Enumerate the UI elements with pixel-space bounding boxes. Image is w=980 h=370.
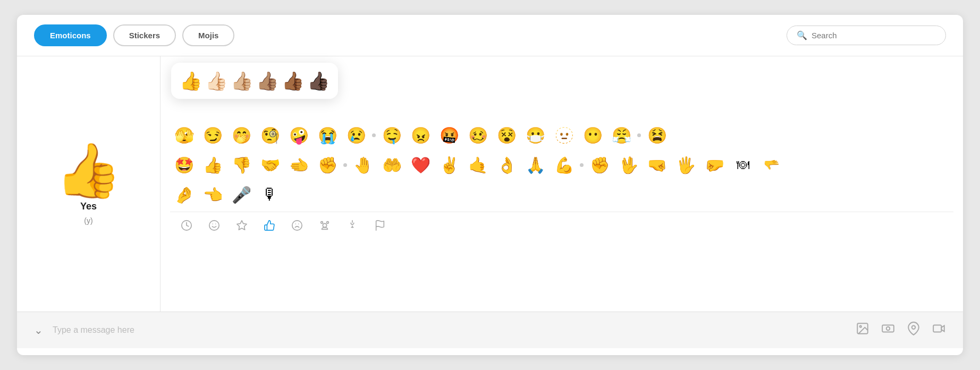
list-item[interactable]: 🤤 [378,121,405,149]
preview-emoji-large: 👍 [55,144,122,197]
list-item[interactable]: ✊ [314,151,341,179]
list-item[interactable]: 😶 [579,121,606,149]
svg-point-5 [292,221,302,230]
skin-tone-2[interactable]: 👍🏼 [231,70,253,91]
message-placeholder[interactable]: Type a message here [53,325,846,335]
search-input[interactable] [812,31,936,40]
list-item[interactable]: 🍽 [729,151,757,179]
list-item[interactable]: 🤩 [170,151,198,179]
list-item[interactable]: ✊ [586,151,613,179]
list-item[interactable]: 😢 [342,121,370,149]
list-item[interactable]: 🤲 [378,151,405,179]
list-item[interactable]: 🤙 [464,151,492,179]
list-item[interactable]: 😭 [314,121,341,149]
list-item[interactable]: 🤪 [285,121,312,149]
message-bar: ⌄ Type a message here [17,312,963,348]
tab-mojis[interactable]: Mojis [182,24,234,46]
list-item[interactable]: 😤 [607,121,635,149]
category-animals[interactable] [316,217,334,236]
list-item[interactable]: 👍 [199,151,226,179]
category-bar [170,212,953,239]
emoji-row-2: 🤩 👍 👎 🤝 🫲 ✊ 🤚 🤲 ❤️ ✌️ 🤙 👌 🙏 💪 [170,150,953,180]
list-item[interactable]: 🫥 [550,121,578,149]
svg-point-10 [327,222,329,224]
list-item[interactable]: 😵 [493,121,520,149]
list-item[interactable]: 🤝 [256,151,284,179]
emoji-rows: 🫣 😏 🤭 🧐 🤪 😭 😢 🤤 😠 🤬 🥴 😵 😷 🫥 😶 [170,120,953,209]
list-item[interactable]: 🫳 [758,151,785,179]
svg-point-1 [209,221,219,230]
image-icon[interactable] [856,322,869,339]
list-item[interactable]: 🙏 [521,151,549,179]
list-item[interactable]: 👎 [227,151,255,179]
category-hands[interactable] [260,217,278,236]
svg-point-17 [912,326,916,330]
skin-tone-default[interactable]: 👍 [180,70,202,91]
preview-label: Yes [80,201,97,212]
list-item[interactable]: 😠 [407,121,434,149]
list-item[interactable]: 🖐 [672,151,699,179]
category-flags[interactable] [371,217,389,236]
emoji-row-1: 🫣 😏 🤭 🧐 🤪 😭 😢 🤤 😠 🤬 🥴 😵 😷 🫥 😶 [170,120,953,150]
emoji-preview: 👍 Yes (y) [17,56,160,312]
category-smiley[interactable] [205,217,223,236]
list-item[interactable]: 🎤 [227,181,255,208]
list-item[interactable]: 🤭 [227,121,255,149]
list-item[interactable]: 🫣 [170,121,198,149]
search-box: 🔍 [787,26,946,45]
emoji-row-3: 🤌 👈 🎤 🎙 [170,180,953,209]
skin-tone-4[interactable]: 👍🏾 [282,70,304,91]
skin-tone-5[interactable]: 👍🏿 [307,70,330,91]
skin-tone-1[interactable]: 👍🏻 [205,70,227,91]
list-item[interactable]: ❤️ [407,151,434,179]
search-icon: 🔍 [797,30,807,40]
list-item[interactable]: 😫 [643,121,671,149]
body: 👍 Yes (y) 👍 👍🏻 👍🏼 👍🏽 👍🏾 👍🏿 🫣 😏 [17,56,963,312]
category-favorites[interactable] [233,217,251,236]
list-item[interactable]: 😷 [521,121,549,149]
list-item[interactable]: 👌 [493,151,520,179]
list-item[interactable]: 🤚 [349,151,377,179]
list-item[interactable]: 🤜 [643,151,671,179]
location-icon[interactable] [907,322,920,339]
dot-separator [637,133,641,137]
list-item[interactable]: 💪 [550,151,578,179]
svg-point-9 [321,222,323,224]
svg-point-16 [886,327,890,331]
list-item[interactable]: 🥴 [464,121,492,149]
list-item[interactable]: 🤌 [170,181,198,208]
list-item[interactable]: 🧐 [256,121,284,149]
list-item[interactable]: ✌️ [435,151,463,179]
list-item[interactable]: 🖖 [614,151,642,179]
list-item[interactable]: 🤬 [435,121,463,149]
dot-separator [343,163,347,167]
dot-separator [580,163,584,167]
list-item[interactable]: 🫲 [285,151,312,179]
list-item[interactable]: 🎙 [256,181,284,208]
svg-rect-18 [933,325,941,332]
message-toolbar [856,322,946,339]
list-item[interactable]: 😏 [199,121,226,149]
emoji-area: 👍 👍🏻 👍🏼 👍🏽 👍🏾 👍🏿 🫣 😏 🤭 🧐 🤪 😭 😢 [160,56,963,312]
list-item[interactable]: 👈 [199,181,226,208]
preview-code: (y) [84,216,92,225]
tab-header: Emoticons Stickers Mojis 🔍 [17,15,963,56]
expand-icon[interactable]: ⌄ [34,324,43,337]
tab-stickers[interactable]: Stickers [113,24,176,46]
svg-marker-4 [237,221,247,230]
dot-separator [372,133,376,137]
svg-point-8 [323,223,326,227]
category-faces[interactable] [288,217,306,236]
tab-emoticons[interactable]: Emoticons [34,24,107,46]
skin-tone-3[interactable]: 👍🏽 [256,70,278,91]
category-objects[interactable] [343,217,361,236]
video-icon[interactable] [932,322,946,339]
category-recent[interactable] [178,217,196,236]
skin-tone-popup: 👍 👍🏻 👍🏼 👍🏽 👍🏾 👍🏿 [171,63,338,99]
main-panel: Emoticons Stickers Mojis 🔍 👍 Yes (y) 👍 👍… [17,15,963,355]
money-icon[interactable] [881,322,895,339]
svg-point-14 [860,326,861,327]
svg-rect-15 [882,325,894,332]
list-item[interactable]: 🤛 [700,151,728,179]
